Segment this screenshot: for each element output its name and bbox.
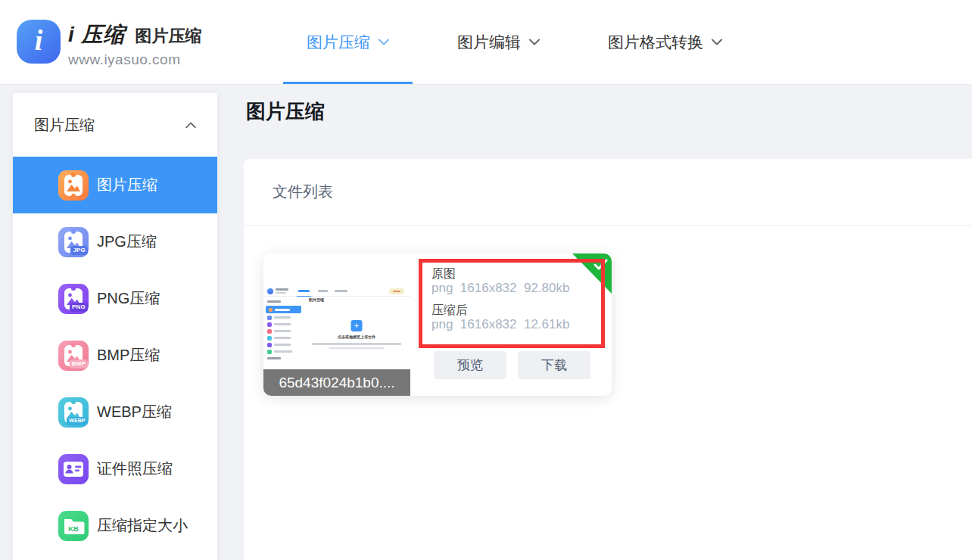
- sidebar-item-target-size-compress[interactable]: KB 压缩指定大小: [13, 497, 217, 554]
- sidebar-item-image-compress[interactable]: 图片压缩: [13, 157, 217, 213]
- thumb-mini-nav-bar: [318, 290, 328, 292]
- file-list-title: 文件列表: [273, 182, 333, 202]
- thumb-mini-nav-bar: [335, 290, 347, 292]
- chevron-down-icon: [712, 39, 722, 45]
- kb-target-size-icon: KB: [58, 511, 89, 541]
- thumb-mini-brand-bar: [276, 292, 286, 294]
- sidebar-item-label: 证件照压缩: [97, 459, 173, 479]
- bmp-badge: BMP: [70, 359, 88, 369]
- sidebar-group-header[interactable]: 图片压缩: [13, 93, 217, 157]
- sidebar-item-label: WEBP压缩: [97, 402, 172, 422]
- sidebar-group-label: 图片压缩: [34, 115, 95, 135]
- chevron-down-icon: [529, 39, 540, 45]
- nav-item-label: 图片压缩: [307, 32, 370, 53]
- file-name-bar: 65d43f024b1b0....: [263, 369, 410, 396]
- logo-letter: i: [35, 23, 43, 60]
- png-badge: PNG: [70, 303, 88, 312]
- thumbnail-screenshot: 图片压缩 + 点击或拖拽至上传文件: [263, 286, 410, 361]
- download-button[interactable]: 下载: [518, 351, 590, 379]
- compressed-info: png 1616x832 12.61kb: [431, 317, 601, 332]
- thumb-mini-upload-button: +: [351, 320, 363, 331]
- brand-url: www.iyasuo.com: [68, 51, 202, 68]
- thumb-mini-body: 图片压缩 + 点击或拖拽至上传文件: [263, 297, 410, 361]
- sidebar-item-label: PNG压缩: [97, 288, 160, 309]
- png-compress-icon: PNG: [58, 284, 89, 314]
- nav-item-format-convert[interactable]: 图片格式转换: [584, 0, 746, 84]
- sidebar-item-label: BMP压缩: [97, 345, 160, 366]
- thumb-mini-brand-bar: [276, 288, 288, 291]
- file-thumbnail[interactable]: 图片压缩 + 点击或拖拽至上传文件 65d43f024b1b0....: [263, 254, 410, 396]
- app-window: i i 压缩 图片压缩 www.iyasuo.com 图片压缩 图片编辑 图片格…: [0, 0, 972, 560]
- brand-name: i 压缩: [68, 20, 126, 49]
- chevron-up-icon: [185, 122, 196, 129]
- kb-glyph-text: KB: [68, 524, 79, 533]
- sidebar-item-idphoto-compress[interactable]: 证件照压缩: [13, 440, 217, 497]
- sidebar-item-png-compress[interactable]: PNG PNG压缩: [13, 270, 217, 327]
- file-actions: 预览 下载: [434, 351, 590, 379]
- sidebar-item-label: 图片压缩: [97, 175, 157, 195]
- thumb-mini-upload-caption: 点击或拖拽至上传文件: [303, 334, 410, 339]
- compressed-label: 压缩后: [431, 303, 601, 317]
- original-label: 原图: [431, 266, 601, 281]
- thumb-mini-page-title: 图片压缩: [309, 297, 324, 302]
- webp-badge: WEBP: [67, 417, 88, 425]
- main-nav: 图片压缩 图片编辑 图片格式转换: [283, 0, 746, 84]
- jpg-badge: JPG: [70, 246, 88, 255]
- file-list-card: 文件列表: [244, 159, 972, 560]
- file-name: 65d43f024b1b0....: [279, 375, 394, 391]
- nav-item-image-compress[interactable]: 图片压缩: [283, 0, 413, 84]
- bmp-compress-icon: BMP: [58, 341, 89, 371]
- top-header: i i 压缩 图片压缩 www.iyasuo.com 图片压缩 图片编辑 图片格…: [0, 0, 972, 85]
- brand-block: i 压缩 图片压缩 www.iyasuo.com: [68, 20, 202, 68]
- preview-button[interactable]: 预览: [434, 351, 506, 379]
- page-title: 图片压缩: [246, 98, 325, 125]
- sidebar-item-webp-compress[interactable]: WEBP WEBP压缩: [13, 384, 217, 440]
- image-compress-icon: [58, 170, 89, 201]
- thumb-mini-main: 图片压缩 + 点击或拖拽至上传文件: [303, 297, 410, 361]
- nav-item-label: 图片格式转换: [608, 32, 703, 53]
- brand-subtitle: 图片压缩: [136, 25, 202, 48]
- file-list-header: 文件列表: [244, 159, 972, 226]
- thumb-mini-header: [263, 286, 410, 297]
- thumb-mini-logo-icon: [267, 288, 273, 294]
- original-info: png 1616x832 92.80kb: [431, 281, 601, 296]
- nav-item-image-edit[interactable]: 图片编辑: [434, 0, 563, 84]
- sidebar-item-label: 压缩指定大小: [97, 515, 188, 536]
- nav-item-label: 图片编辑: [457, 32, 521, 53]
- brand-logo-icon[interactable]: i: [17, 20, 61, 64]
- thumb-mini-sidebar: [263, 297, 303, 361]
- compression-info-highlight: 原图 png 1616x832 92.80kb 压缩后 png 1616x832…: [419, 259, 605, 348]
- sidebar-item-label: JPG压缩: [97, 232, 157, 252]
- webp-compress-icon: WEBP: [58, 397, 89, 428]
- sidebar: 图片压缩 图片压缩 JPG JPG压缩 PNG PNG压缩: [13, 93, 217, 560]
- jpg-compress-icon: JPG: [58, 227, 89, 257]
- thumb-mini-text-bar: [329, 347, 385, 349]
- sidebar-item-jpg-compress[interactable]: JPG JPG压缩: [13, 213, 217, 270]
- file-item: 图片压缩 + 点击或拖拽至上传文件 65d43f024b1b0....: [263, 254, 612, 396]
- thumb-mini-action-pill: [389, 288, 404, 294]
- thumb-mini-nav-active: [298, 290, 310, 292]
- thumb-mini-text-bar: [312, 343, 401, 345]
- chevron-down-icon: [379, 39, 389, 45]
- sidebar-item-bmp-compress[interactable]: BMP BMP压缩: [13, 327, 217, 384]
- id-photo-compress-icon: [58, 454, 89, 484]
- thumb-mini-sidebar-active: [266, 306, 301, 313]
